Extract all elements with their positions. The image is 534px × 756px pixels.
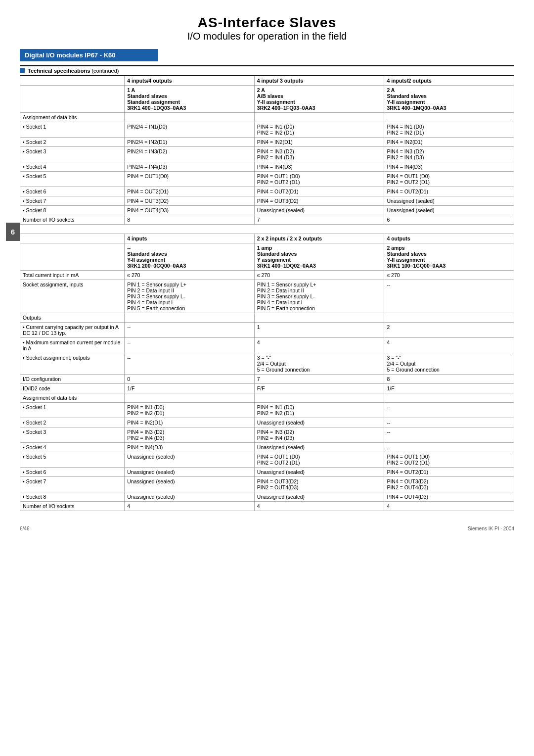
table-row: • Current carrying capacity per output i… <box>20 323 514 338</box>
table-row: I/O configuration 0 7 8 <box>20 375 514 384</box>
table-row: • Maximum summation current per module i… <box>20 338 514 353</box>
table-row: • Socket 4 PIN2/4 = IN4(D3) PIN4 = IN4(D… <box>20 162 514 172</box>
table-row: • Socket assignment, outputs -- 3 = "-"2… <box>20 353 514 375</box>
sub-header-3: 2 A Standard slaves Y-II assignment 3RK1… <box>384 86 514 113</box>
table-row: Number of I/O sockets 8 7 6 <box>20 215 514 225</box>
col-header-2-1: 4 inputs <box>125 234 255 243</box>
col-header-2: 4 inputs/ 3 outputs <box>254 76 384 86</box>
table-row: • Socket 5 Unassigned (sealed) PIN4 = OU… <box>20 452 514 468</box>
page-header: AS-Interface Slaves I/O modules for oper… <box>20 15 514 42</box>
table-lower: 4 inputs 2 x 2 inputs / 2 x 2 outputs 4 … <box>20 234 514 511</box>
col-header-2-2: 2 x 2 inputs / 2 x 2 outputs <box>254 234 384 243</box>
col-header-2-3: 4 outputs <box>384 234 514 243</box>
table-row: • Socket 5 PIN4 = OUT1(D0) PIN4 = OUT1 (… <box>20 172 514 187</box>
table-row: • Socket 1 PIN2/4 = IN1(D0) PIN4 = IN1 (… <box>20 122 514 138</box>
table-row: • Socket 3 PIN4 = IN3 (D2)PIN2 = IN4 (D3… <box>20 427 514 443</box>
sub-header-2-2: 1 amp Standard slaves Y assignment 3RK1 … <box>254 243 384 271</box>
table-row: Socket assignment, inputs PIN 1 = Sensor… <box>20 280 514 313</box>
section-label: Technical specifications (continued) <box>28 68 119 74</box>
main-title: AS-Interface Slaves <box>20 15 514 31</box>
col-header-row: 4 inputs/4 outputs 4 inputs/ 3 outputs 4… <box>20 76 514 86</box>
table-row: • Socket 8 Unassigned (sealed) Unassigne… <box>20 492 514 502</box>
sub-header-2: 2 A A/B slaves Y-II assignment 3RK2 400–… <box>254 86 384 113</box>
table-row: • Socket 6 PIN4 = OUT2(D1) PIN4 = OUT2(D… <box>20 187 514 196</box>
page-footer: 6/46 Siemens IK PI · 2004 <box>20 526 514 531</box>
sub-title: I/O modules for operation in the field <box>20 31 514 42</box>
sub-header-row: 1 A Standard slaves Standard assignment … <box>20 86 514 113</box>
col-header-3: 4 inputs/2 outputs <box>384 76 514 86</box>
sub-header-2-1: -- Standard slaves Y-II assignment 3RK1 … <box>125 243 255 271</box>
section-header: Technical specifications (continued) <box>20 65 514 76</box>
col-header-1: 4 inputs/4 outputs <box>125 76 255 86</box>
table-row: • Socket 1 PIN4 = IN1 (D0)PIN2 = IN2 (D1… <box>20 403 514 418</box>
table-row: • Socket 2 PIN4 = IN2(D1) Unassigned (se… <box>20 418 514 427</box>
table-row: • Socket 6 Unassigned (sealed) Unassigne… <box>20 468 514 477</box>
table-row: Total current input in mA ≤ 270 ≤ 270 ≤ … <box>20 271 514 280</box>
table-row: • Socket 4 PIN4 = IN4(D3) Unassigned (se… <box>20 443 514 452</box>
table-row: • Socket 7 PIN4 = OUT3(D2) PIN4 = OUT3(D… <box>20 196 514 206</box>
col-header-row-2: 4 inputs 2 x 2 inputs / 2 x 2 outputs 4 … <box>20 234 514 243</box>
sub-header-2-3: 2 amps Standard slaves Y-II assignment 3… <box>384 243 514 271</box>
table-row: Number of I/O sockets 4 4 4 <box>20 502 514 511</box>
blue-banner: Digital I/O modules IP67 - K60 <box>20 44 514 65</box>
table-row: Assignment of data bits <box>20 113 514 122</box>
table-row: Outputs <box>20 313 514 323</box>
table-row: • Socket 8 PIN4 = OUT4(D3) Unassigned (s… <box>20 206 514 215</box>
blue-square-icon <box>20 68 25 73</box>
sub-header-1: 1 A Standard slaves Standard assignment … <box>125 86 255 113</box>
table-row: Assignment of data bits <box>20 393 514 403</box>
table-row: ID/ID2 code 1/F F/F 1/F <box>20 384 514 393</box>
table-row: • Socket 3 PIN2/4 = IN3(D2) PIN4 = IN3 (… <box>20 147 514 162</box>
table-upper: 4 inputs/4 outputs 4 inputs/ 3 outputs 4… <box>20 76 514 225</box>
chapter-number: 6 <box>6 223 20 241</box>
table-row: • Socket 7 Unassigned (sealed) PIN4 = OU… <box>20 477 514 492</box>
table-row: • Socket 2 PIN2/4 = IN2(D1) PIN4 = IN2(D… <box>20 138 514 147</box>
sub-header-row-2: -- Standard slaves Y-II assignment 3RK1 … <box>20 243 514 271</box>
page-number: 6/46 <box>20 526 29 531</box>
publisher: Siemens IK PI · 2004 <box>468 526 514 531</box>
